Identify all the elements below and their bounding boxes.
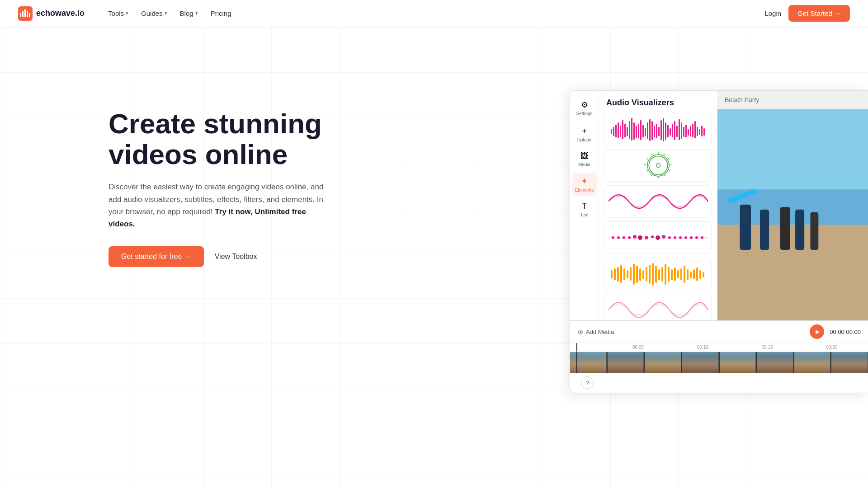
viz-sine[interactable] [604, 185, 712, 218]
viz-light-sine[interactable] [604, 294, 712, 320]
svg-rect-84 [620, 265, 622, 283]
play-icon: ▶ [816, 328, 820, 335]
svg-rect-46 [701, 126, 703, 136]
svg-rect-120 [760, 210, 769, 250]
blog-chevron: ▾ [195, 10, 198, 16]
svg-rect-88 [633, 264, 635, 285]
svg-rect-92 [646, 267, 647, 282]
get-started-button[interactable]: Get Started → [788, 5, 850, 22]
nav-tools[interactable]: Tools ▾ [103, 7, 134, 20]
svg-rect-4 [27, 11, 28, 17]
svg-rect-100 [671, 269, 673, 280]
svg-rect-99 [668, 267, 670, 282]
svg-rect-98 [665, 264, 666, 285]
svg-rect-14 [629, 121, 630, 139]
text-icon: T [582, 202, 587, 211]
svg-rect-9 [618, 122, 619, 138]
viz-bars[interactable] [604, 113, 712, 145]
svg-rect-87 [630, 267, 632, 281]
svg-rect-104 [684, 266, 685, 283]
add-media-button[interactable]: ⊕ Add Media [577, 328, 614, 336]
svg-rect-20 [642, 125, 644, 137]
svg-rect-30 [665, 122, 666, 140]
svg-line-60 [646, 159, 648, 160]
sidebar-item-upload[interactable]: ＋ Upload [572, 122, 597, 146]
svg-rect-7 [613, 127, 614, 136]
nav-guides[interactable]: Guides ▾ [136, 7, 173, 20]
svg-rect-42 [692, 124, 693, 137]
svg-rect-45 [699, 129, 700, 135]
ruler-track: 00:05 00:10 00:15 00:20 [576, 345, 868, 350]
film-frame-6 [757, 352, 793, 373]
svg-rect-2 [22, 11, 24, 17]
sidebar-item-elements[interactable]: ✦ Elements [572, 173, 597, 196]
viz-dots[interactable] [604, 221, 712, 254]
svg-rect-12 [624, 124, 626, 137]
tools-label: Tools [108, 9, 124, 17]
timeline-ruler: 00:05 00:10 00:15 00:20 [570, 343, 868, 352]
svg-rect-118 [740, 205, 751, 250]
film-strip [570, 352, 868, 373]
film-frame-1 [570, 352, 607, 373]
sidebar-item-text[interactable]: T Text [572, 198, 597, 221]
film-frame-2 [608, 352, 644, 373]
film-frame-4 [682, 352, 719, 373]
nav-blog[interactable]: Blog ▾ [175, 7, 203, 20]
svg-rect-18 [638, 124, 639, 138]
svg-rect-32 [670, 128, 671, 136]
viz-circle[interactable] [604, 149, 712, 182]
tools-chevron: ▾ [126, 10, 128, 16]
logo-icon [18, 6, 33, 21]
visualizers-panel: Audio Visualizers [599, 91, 717, 320]
svg-point-72 [662, 235, 665, 239]
svg-rect-96 [658, 269, 660, 280]
svg-rect-43 [694, 121, 696, 138]
svg-rect-81 [611, 270, 613, 278]
svg-rect-13 [627, 127, 628, 136]
timecode: 00:00:00:00 [830, 328, 861, 335]
svg-rect-82 [614, 268, 616, 280]
panel-title: Audio Visualizers [599, 91, 717, 113]
viz-sine-svg [609, 188, 708, 215]
svg-line-54 [669, 170, 670, 171]
play-button[interactable]: ▶ [810, 324, 824, 339]
logo[interactable]: echowave.io [18, 6, 85, 21]
logo-text: echowave.io [36, 9, 85, 18]
nav-pricing[interactable]: Pricing [205, 7, 237, 20]
svg-rect-36 [679, 119, 680, 140]
viz-gold[interactable] [604, 258, 712, 290]
sidebar-item-media[interactable]: 🖼 Media [572, 148, 597, 171]
get-started-free-button[interactable]: Get started for free → [108, 246, 204, 267]
view-toolbox-link[interactable]: View Toolbox [215, 253, 257, 261]
svg-rect-28 [660, 120, 662, 140]
sidebar-item-settings[interactable]: ⚙ Settings [572, 96, 597, 120]
svg-rect-122 [795, 210, 804, 250]
svg-rect-93 [649, 265, 651, 284]
viz-light-sine-svg [609, 296, 708, 320]
svg-rect-1 [20, 13, 21, 17]
svg-rect-23 [649, 119, 651, 141]
help-button[interactable]: ? [581, 376, 594, 389]
svg-rect-103 [680, 268, 682, 280]
login-button[interactable]: Login [764, 9, 781, 17]
svg-rect-107 [693, 269, 695, 279]
svg-rect-15 [631, 118, 632, 141]
svg-rect-86 [627, 270, 628, 278]
preview-panel: Beach Party [717, 91, 868, 320]
guides-chevron: ▾ [165, 10, 167, 16]
svg-rect-24 [651, 121, 653, 140]
beach-svg [717, 109, 868, 320]
svg-rect-21 [645, 128, 646, 136]
viz-bars-svg [609, 116, 708, 143]
svg-rect-89 [636, 266, 638, 283]
viz-dots-svg [609, 224, 708, 251]
nav-right: Login Get Started → [764, 5, 850, 22]
film-frame-3 [645, 352, 681, 373]
svg-rect-101 [674, 267, 676, 281]
svg-rect-17 [636, 126, 637, 138]
svg-rect-106 [690, 272, 692, 278]
viz-circle-svg [609, 152, 708, 179]
svg-point-48 [647, 155, 669, 176]
timeline-playhead [576, 343, 577, 352]
hero-description: Discover the easiest way to create engag… [108, 181, 326, 230]
